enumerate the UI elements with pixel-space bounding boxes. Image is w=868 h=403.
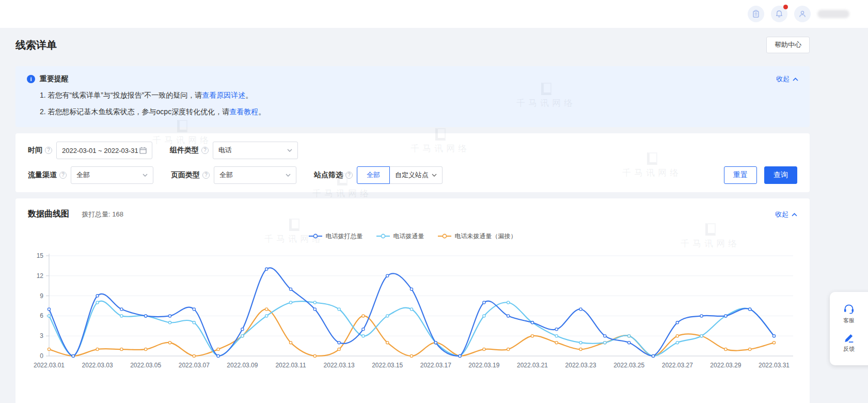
clipboard-button[interactable]	[748, 6, 764, 22]
notice-banner: i 重要提醒 收起 1. 若您有“线索详单”与“投放报告”不一致的疑问，请查看原…	[15, 66, 810, 127]
pencil-icon	[844, 333, 854, 343]
site-filter-label: 站点筛选	[314, 171, 343, 180]
notifications-button[interactable]	[771, 6, 787, 22]
chevron-down-icon	[432, 174, 437, 177]
chart-total: 拨打总量: 168	[82, 210, 123, 219]
svg-text:15: 15	[37, 252, 44, 259]
topbar-icons	[748, 6, 849, 22]
site-all-button[interactable]: 全部	[357, 166, 390, 184]
floating-side-panel: 客服 反馈	[830, 292, 868, 365]
chevron-up-icon	[793, 78, 798, 81]
svg-text:2022.03.23: 2022.03.23	[565, 362, 596, 369]
notice-item: 2. 若您想标记基木鱼线索状态，参与ocpc深度转化优化，请查看教程。	[40, 107, 798, 117]
svg-text:2022.03.27: 2022.03.27	[662, 362, 693, 369]
legend-item[interactable]: 电话拨打总量	[309, 232, 363, 241]
tutorial-link[interactable]: 查看教程	[229, 107, 258, 116]
chevron-up-icon	[792, 213, 797, 216]
svg-text:2022.03.17: 2022.03.17	[420, 362, 451, 369]
account-button[interactable]	[794, 6, 811, 22]
line-chart[interactable]: 036912152022.03.012022.03.032022.03.0520…	[28, 242, 797, 397]
svg-text:2022.03.09: 2022.03.09	[227, 362, 258, 369]
calendar-icon	[139, 147, 147, 154]
bell-icon	[775, 10, 783, 18]
svg-text:12: 12	[37, 272, 44, 280]
date-range-input[interactable]: 2022-03-01 ~ 2022-03-31	[56, 142, 152, 159]
chart-legend: 电话拨打总量电话拨通量电话未拨通量（漏接）	[28, 231, 797, 241]
filter-panel: 时间 ? 2022-03-01 ~ 2022-03-31 组件类型 ? 电话 流…	[15, 133, 810, 192]
svg-text:6: 6	[40, 312, 43, 319]
chevron-down-icon	[286, 174, 291, 177]
traffic-channel-label: 流量渠道	[28, 171, 57, 180]
legend-marker-icon	[376, 234, 390, 239]
legend-marker-icon	[309, 234, 322, 239]
chevron-down-icon	[287, 149, 292, 152]
svg-text:2022.03.01: 2022.03.01	[34, 362, 65, 369]
legend-marker-icon	[438, 234, 451, 239]
help-question-icon[interactable]: ?	[345, 172, 353, 179]
svg-text:2022.03.03: 2022.03.03	[82, 362, 113, 369]
help-question-icon[interactable]: ?	[202, 172, 210, 179]
username-redacted[interactable]	[817, 10, 849, 18]
notification-badge	[783, 5, 788, 9]
svg-text:0: 0	[40, 352, 43, 360]
chart-collapse-link[interactable]: 收起	[775, 210, 797, 219]
svg-text:2022.03.15: 2022.03.15	[372, 362, 403, 369]
notice-item: 1. 若您有“线索详单”与“投放报告”不一致的疑问，请查看原因详述。	[40, 91, 798, 100]
help-question-icon[interactable]: ?	[201, 147, 209, 154]
help-question-icon[interactable]: ?	[59, 172, 67, 179]
page-type-label: 页面类型	[171, 171, 200, 180]
notice-collapse-link[interactable]: 收起	[776, 74, 798, 84]
svg-text:2022.03.11: 2022.03.11	[275, 362, 306, 369]
query-button[interactable]: 查询	[764, 166, 797, 184]
svg-text:2022.03.21: 2022.03.21	[517, 362, 548, 369]
user-icon	[798, 10, 807, 18]
topbar	[0, 0, 868, 28]
chart-title: 数据曲线图	[28, 209, 69, 220]
page-title: 线索详单	[15, 38, 57, 52]
clipboard-icon	[752, 10, 760, 18]
notice-title: 重要提醒	[40, 74, 69, 84]
svg-text:9: 9	[40, 292, 43, 300]
help-center-button[interactable]: 帮助中心	[766, 37, 810, 53]
svg-text:2022.03.19: 2022.03.19	[468, 362, 499, 369]
component-type-select[interactable]: 电话	[213, 142, 298, 159]
svg-text:2022.03.05: 2022.03.05	[130, 362, 161, 369]
headset-icon	[843, 303, 855, 315]
chart-panel: 数据曲线图 拨打总量: 168 收起 电话拨打总量电话拨通量电话未拨通量（漏接）…	[15, 198, 810, 403]
component-type-label: 组件类型	[170, 146, 199, 155]
svg-text:2022.03.25: 2022.03.25	[613, 362, 644, 369]
legend-item[interactable]: 电话拨通量	[376, 232, 424, 241]
help-question-icon[interactable]: ?	[45, 147, 52, 154]
reason-detail-link[interactable]: 查看原因详述	[202, 91, 245, 99]
info-icon: i	[27, 75, 35, 83]
page-head: 线索详单 帮助中心	[15, 28, 810, 61]
reset-button[interactable]: 重置	[724, 166, 757, 184]
feedback-button[interactable]: 反馈	[830, 329, 868, 357]
svg-text:2022.03.31: 2022.03.31	[759, 362, 790, 369]
site-filter-segmented: 全部 自定义站点	[357, 166, 443, 184]
legend-item[interactable]: 电话未拨通量（漏接）	[438, 232, 517, 241]
customer-service-button[interactable]: 客服	[830, 299, 868, 329]
time-filter-label: 时间	[28, 146, 42, 155]
svg-text:2022.03.29: 2022.03.29	[710, 362, 741, 369]
page-type-select[interactable]: 全部	[214, 166, 296, 184]
svg-text:3: 3	[40, 332, 43, 339]
chevron-down-icon	[143, 174, 148, 177]
svg-text:2022.03.13: 2022.03.13	[324, 362, 355, 369]
traffic-channel-select[interactable]: 全部	[71, 166, 153, 184]
site-custom-button[interactable]: 自定义站点	[390, 166, 443, 184]
svg-text:2022.03.07: 2022.03.07	[179, 362, 210, 369]
